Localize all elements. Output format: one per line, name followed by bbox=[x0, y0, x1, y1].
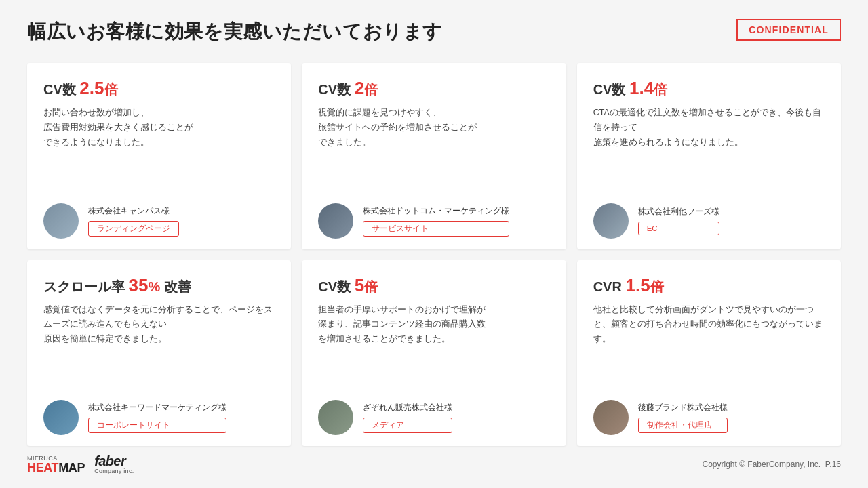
card-footer: 株式会社キャンパス様 ランディングページ bbox=[43, 203, 275, 239]
footer-bar: MIERUCA HEATMAP faber Company inc. Copyr… bbox=[27, 454, 841, 474]
card-description: CTAの最適化で注文数を増加させることができ、今後も自信を持って施策を進められる… bbox=[593, 106, 825, 195]
card-footer-info: 株式会社利他フーズ様 EC bbox=[638, 206, 719, 235]
copyright: Copyright © FaberCompany, Inc. P.16 bbox=[702, 460, 841, 469]
card-description: 視覚的に課題を見つけやすく、旅館サイトへの予約を増加させることができました。 bbox=[318, 106, 549, 195]
divider bbox=[27, 52, 841, 52]
card-footer-info: 株式会社キャンパス様 ランディングページ bbox=[88, 205, 179, 237]
avatar bbox=[43, 203, 79, 239]
category-tag: ランディングページ bbox=[88, 221, 179, 237]
avatar bbox=[593, 400, 629, 435]
card-metric: CV数 2.5倍 bbox=[43, 78, 275, 99]
avatar bbox=[43, 400, 79, 435]
header-row: 幅広いお客様に効果を実感いただいております CONFIDENTIAL bbox=[27, 19, 841, 45]
category-tag: EC bbox=[638, 222, 719, 235]
category-tag: サービスサイト bbox=[363, 221, 509, 237]
card-5: CV数 5倍 担当者の手厚いサポートのおかげで理解が深まり、記事コンテンツ経由の… bbox=[302, 260, 566, 447]
cards-grid: CV数 2.5倍 お問い合わせ数が増加し、広告費用対効果を大きく感じることができ… bbox=[27, 63, 841, 446]
company-name: 株式会社キーワードマーケティング様 bbox=[88, 402, 226, 413]
confidential-badge: CONFIDENTIAL bbox=[736, 19, 841, 41]
card-description: お問い合わせ数が増加し、広告費用対効果を大きく感じることができるようになりました… bbox=[43, 106, 275, 195]
card-description: 感覚値ではなくデータを元に分析することで、ページをスムーズに読み進んでもらえない… bbox=[43, 303, 275, 392]
category-tag: 制作会社・代理店 bbox=[638, 418, 728, 433]
faber-logo-container: faber Company inc. bbox=[94, 454, 134, 474]
logo-heatmap-text: HEATMAP bbox=[27, 462, 85, 474]
company-name: ざぞれん販売株式会社様 bbox=[363, 402, 452, 413]
card-footer: 株式会社ドットコム・マーケティング様 サービスサイト bbox=[318, 203, 549, 239]
card-metric: CVR 1.5倍 bbox=[593, 275, 825, 296]
avatar bbox=[593, 203, 629, 239]
card-footer: ざぞれん販売株式会社様 メディア bbox=[318, 400, 549, 435]
card-4: スクロール率 35% 改善 感覚値ではなくデータを元に分析することで、ページをス… bbox=[27, 260, 291, 447]
card-6: CVR 1.5倍 他社と比較して分析画面がダントツで見やすいのが一つと、顧客との… bbox=[577, 260, 841, 447]
company-name: 株式会社利他フーズ様 bbox=[638, 206, 719, 218]
company-inc-text: Company inc. bbox=[94, 468, 134, 474]
faber-text: faber bbox=[94, 454, 125, 468]
card-footer-info: 株式会社キーワードマーケティング様 コーポレートサイト bbox=[88, 402, 226, 433]
card-description: 他社と比較して分析画面がダントツで見やすいのが一つと、顧客との打ち合わせ時間の効… bbox=[593, 303, 825, 392]
avatar bbox=[318, 203, 353, 239]
card-footer-info: 後藤ブランド株式会社様 制作会社・代理店 bbox=[638, 402, 728, 433]
category-tag: コーポレートサイト bbox=[88, 418, 226, 433]
card-footer: 株式会社利他フーズ様 EC bbox=[593, 203, 825, 239]
page-container: 幅広いお客様に効果を実感いただいております CONFIDENTIAL CV数 2… bbox=[0, 0, 868, 488]
company-name: 株式会社キャンパス様 bbox=[88, 205, 179, 217]
card-2: CV数 2倍 視覚的に課題を見つけやすく、旅館サイトへの予約を増加させることがで… bbox=[302, 63, 566, 249]
page-title: 幅広いお客様に効果を実感いただいております bbox=[27, 19, 443, 45]
card-3: CV数 1.4倍 CTAの最適化で注文数を増加させることができ、今後も自信を持っ… bbox=[577, 63, 841, 249]
card-footer: 株式会社キーワードマーケティング様 コーポレートサイト bbox=[43, 400, 275, 435]
logo-area: MIERUCA HEATMAP faber Company inc. bbox=[27, 454, 134, 474]
card-description: 担当者の手厚いサポートのおかげで理解が深まり、記事コンテンツ経由の商品購入数を増… bbox=[318, 303, 549, 392]
card-metric: スクロール率 35% 改善 bbox=[43, 275, 275, 296]
card-metric: CV数 1.4倍 bbox=[593, 78, 825, 99]
card-1: CV数 2.5倍 お問い合わせ数が増加し、広告費用対効果を大きく感じることができ… bbox=[27, 63, 291, 249]
card-footer: 後藤ブランド株式会社様 制作会社・代理店 bbox=[593, 400, 825, 435]
avatar bbox=[318, 400, 353, 435]
company-name: 後藤ブランド株式会社様 bbox=[638, 402, 728, 413]
company-name: 株式会社ドットコム・マーケティング様 bbox=[363, 205, 509, 217]
card-footer-info: ざぞれん販売株式会社様 メディア bbox=[363, 402, 452, 433]
card-footer-info: 株式会社ドットコム・マーケティング様 サービスサイト bbox=[363, 205, 509, 237]
logo-heatmap: MIERUCA HEATMAP bbox=[27, 455, 85, 474]
card-metric: CV数 5倍 bbox=[318, 275, 549, 296]
card-metric: CV数 2倍 bbox=[318, 78, 549, 99]
category-tag: メディア bbox=[363, 418, 452, 433]
